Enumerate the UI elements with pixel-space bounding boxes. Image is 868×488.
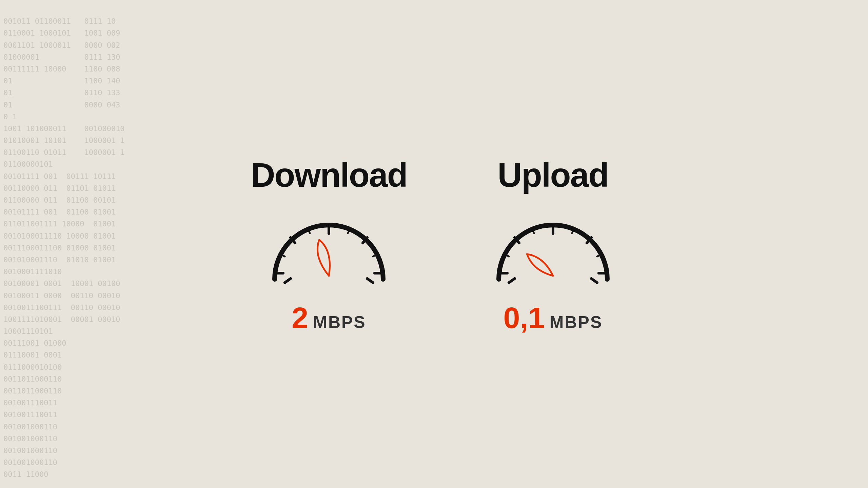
svg-line-16 <box>509 279 515 283</box>
download-block: Download <box>251 156 407 333</box>
upload-number: 0,1 <box>503 303 545 333</box>
upload-speed-value: 0,1 MBPS <box>503 303 603 333</box>
download-number: 2 <box>292 303 308 333</box>
download-unit: MBPS <box>313 312 366 332</box>
download-gauge <box>264 205 393 293</box>
svg-line-17 <box>591 279 597 283</box>
upload-title: Upload <box>497 156 608 195</box>
svg-line-5 <box>285 279 291 283</box>
upload-gauge <box>489 205 617 293</box>
main-content: Download <box>251 156 617 333</box>
upload-block: Upload <box>489 156 617 333</box>
svg-line-6 <box>367 279 373 283</box>
upload-unit: MBPS <box>550 312 603 332</box>
download-title: Download <box>251 156 407 195</box>
download-speed-value: 2 MBPS <box>292 303 366 333</box>
